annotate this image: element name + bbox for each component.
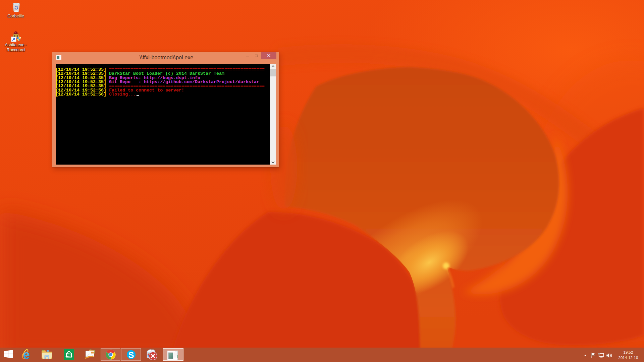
svg-text:e: e bbox=[23, 349, 30, 361]
svg-text:S: S bbox=[128, 350, 134, 360]
